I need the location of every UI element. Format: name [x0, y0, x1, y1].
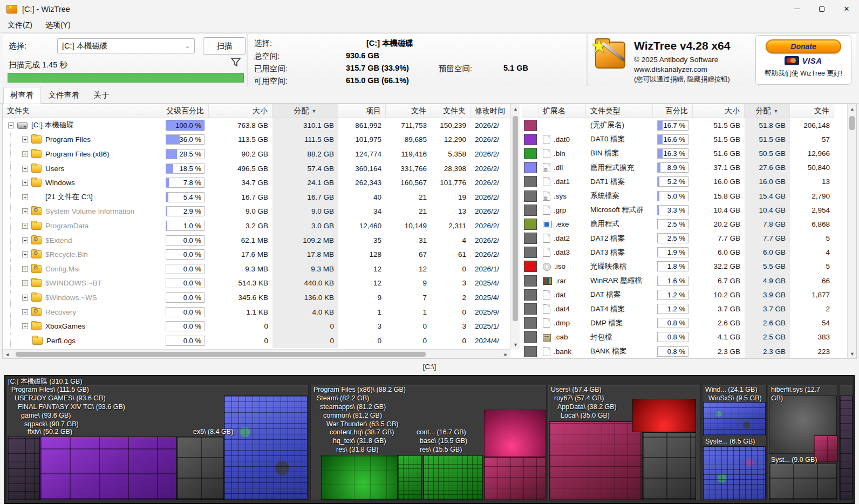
- treemap-label[interactable]: steamapps\ (81.2 GB): [320, 403, 386, 411]
- treemap-block-crimson[interactable]: [484, 410, 546, 457]
- menu-options[interactable]: 选项(Y): [40, 19, 76, 32]
- tree-table-row[interactable]: +$WINDOWS.~BT0.0 %514.3 KB440.0 KB129320…: [3, 276, 510, 291]
- extension-cell[interactable]: .dat4: [538, 302, 586, 316]
- treemap-label[interactable]: Local\ (35.0 GB): [561, 412, 610, 419]
- treemap-label[interactable]: hiberfil.sys (12.7 GB): [771, 386, 831, 403]
- extension-cell[interactable]: .dll: [538, 161, 586, 175]
- extension-cell[interactable]: .dat: [538, 288, 586, 302]
- tree-table-row[interactable]: +$Recycle.Bin0.0 %17.6 MB17.8 MB12867612…: [3, 247, 510, 262]
- expand-icon[interactable]: +: [22, 237, 28, 243]
- treemap-label[interactable]: res\ (31.8 GB): [336, 446, 379, 453]
- drive-select[interactable]: [C:] 本機磁碟 ⌄: [57, 38, 195, 53]
- extension-table-row[interactable]: .sys系統檔案5.0 %15.8 GB15.4 GB2,790: [522, 189, 834, 203]
- treemap-block-green-strip[interactable]: [398, 455, 422, 500]
- treemap-block-blue[interactable]: [224, 396, 308, 500]
- menu-file[interactable]: 文件(Z): [2, 19, 38, 32]
- expand-icon[interactable]: +: [22, 194, 28, 200]
- expand-icon[interactable]: +: [22, 251, 28, 257]
- col-size[interactable]: 大小: [209, 104, 272, 118]
- extension-cell[interactable]: .iso: [538, 260, 586, 274]
- treemap-label[interactable]: content.hq\ (38.7 GB): [330, 428, 394, 436]
- tree-table-row[interactable]: +Config.Msi0.0 %9.3 MB9.3 MB121202026/1/: [3, 262, 510, 276]
- tree-vertical-scrollbar[interactable]: ▲ ▼: [510, 104, 520, 349]
- treemap-label[interactable]: War Thunder\ (63.5 GB): [326, 420, 398, 428]
- extension-table-row[interactable]: .dat3DAT3 檔案1.9 %6.0 GB6.0 GB4: [522, 246, 834, 260]
- donate-button[interactable]: Donate: [766, 39, 841, 53]
- extension-table-row[interactable]: .grpMicrosoft 程式群3.3 %10.4 GB10.4 GB2,95…: [522, 203, 834, 217]
- folder-name[interactable]: +Users: [3, 161, 161, 176]
- treemap-block-magenta-small[interactable]: [814, 435, 837, 462]
- treemap-label[interactable]: Syst... (9.0 GB): [771, 456, 817, 464]
- extension-cell[interactable]: .rar: [538, 274, 586, 288]
- col-ext-size[interactable]: 大小: [693, 104, 745, 118]
- treemap-block-edge[interactable]: [840, 396, 853, 500]
- folder-name[interactable]: +ProgramData: [3, 219, 161, 233]
- extension-table-row[interactable]: .dmpDMP 檔案0.8 %2.6 GB2.6 GB54: [522, 316, 834, 330]
- extension-table-row[interactable]: .bankBANK 檔案0.8 %2.3 GB2.3 GB223: [522, 344, 834, 358]
- tree-table-row[interactable]: +System Volume Information2.9 %9.0 GB9.0…: [3, 205, 510, 219]
- treemap-block-winsxs[interactable]: [703, 402, 766, 435]
- extension-cell[interactable]: .bin: [538, 146, 586, 160]
- extension-table-row[interactable]: .exe應用程式2.5 %20.2 GB7.8 GB6,868: [522, 217, 834, 231]
- treemap-label[interactable]: sqpack\ (90.7 GB): [24, 420, 79, 428]
- extension-table-row[interactable]: (无扩展名)16.7 %51.5 GB51.8 GB206,148: [522, 118, 834, 132]
- extension-cell[interactable]: .dat1: [538, 175, 586, 189]
- tree-table-row[interactable]: +Users18.5 %496.5 GB57.4 GB360,164331,76…: [3, 161, 510, 176]
- treemap-label[interactable]: ffxiv\ (50.2 GB): [28, 428, 72, 435]
- treemap-block-magenta[interactable]: [484, 457, 546, 500]
- filter-funnel-icon[interactable]: [230, 57, 241, 67]
- folder-name[interactable]: −[C:] 本機磁碟: [3, 118, 161, 133]
- tree-table-row[interactable]: +Windows7.8 %34.7 GB24.1 GB262,343160,56…: [3, 175, 510, 190]
- treemap-block-system[interactable]: [703, 446, 766, 500]
- treemap-label[interactable]: roy67\ (57.4 GB): [554, 394, 604, 402]
- treemap-label[interactable]: common\ (81.2 GB): [323, 412, 382, 419]
- treemap-label[interactable]: WinSxS\ (9.5 GB): [708, 394, 762, 402]
- col-extension[interactable]: 扩展名: [538, 104, 586, 118]
- treemap-label[interactable]: base\ (15.5 GB): [420, 437, 467, 445]
- tree-table-row[interactable]: +$Extend0.0 %62.1 MB109.2 MB353142026/2/: [3, 233, 510, 248]
- extension-cell[interactable]: .bank: [538, 344, 586, 358]
- extension-table-row[interactable]: .rarWinRAR 壓縮檔1.6 %6.7 GB4.9 GB66: [522, 274, 834, 288]
- extension-table-row[interactable]: .dll應用程式擴充8.9 %37.1 GB27.6 GB50,840: [522, 161, 834, 175]
- treemap-block-users-magenta[interactable]: [549, 421, 642, 500]
- treemap-label[interactable]: Program Files\ (111.5 GB): [11, 386, 89, 393]
- folder-name[interactable]: +$WINDOWS.~BT: [3, 276, 161, 291]
- col-files[interactable]: 文件: [386, 104, 431, 118]
- treemap-block[interactable]: [8, 437, 40, 500]
- treemap-label[interactable]: USERJOY GAMES\ (93.6 GB): [15, 394, 106, 402]
- extension-table-row[interactable]: .dat2DAT2 檔案2.5 %7.7 GB7.7 GB5: [522, 231, 834, 246]
- col-folders[interactable]: 文件夹: [431, 104, 471, 118]
- collapse-icon[interactable]: −: [8, 122, 14, 128]
- tree-table-row[interactable]: +ProgramData1.0 %3.2 GB3.0 GB12,46010,14…: [3, 219, 510, 233]
- col-parent-percent[interactable]: 父级百分比: [161, 104, 209, 118]
- extension-table-row[interactable]: .binBIN 檔案16.3 %51.6 GB50.5 GB12,966: [522, 146, 834, 160]
- col-file-type[interactable]: 文件类型: [586, 104, 653, 118]
- scan-button[interactable]: 扫描: [203, 37, 246, 55]
- expand-icon[interactable]: +: [22, 180, 28, 186]
- treemap-label[interactable]: cont... (16.7 GB): [417, 428, 466, 436]
- folder-name[interactable]: +Program Files (x86): [3, 147, 161, 161]
- tree-table-row[interactable]: +XboxGames0.0 %003032025/1/: [3, 319, 510, 333]
- treemap-label[interactable]: [C:] 本機磁碟 (310.1 GB): [8, 377, 83, 386]
- close-button[interactable]: ✕: [834, 0, 859, 18]
- extension-cell[interactable]: .grp: [538, 203, 586, 217]
- expand-icon[interactable]: +: [22, 137, 28, 142]
- extension-cell[interactable]: .cab: [538, 330, 586, 344]
- col-modified[interactable]: 修改时间: [471, 104, 510, 118]
- tree-table-row[interactable]: +[21 文件在 C:\]5.4 %16.7 GB16.7 GB40211920…: [3, 190, 510, 205]
- tab-about[interactable]: 关于: [87, 87, 116, 103]
- tree-table-row[interactable]: +Program Files36.0 %113.5 GB111.5 GB101,…: [3, 133, 510, 147]
- treemap-block-purple[interactable]: [40, 437, 176, 500]
- folder-name[interactable]: +System Volume Information: [3, 205, 161, 219]
- tree-table-row[interactable]: +Recovery0.0 %1.1 KB4.0 KB1102025/9/: [3, 305, 510, 319]
- extension-cell[interactable]: .exe: [538, 217, 586, 231]
- folder-name[interactable]: +Config.Msi: [3, 262, 161, 276]
- treemap-block-green-mosaic[interactable]: [423, 455, 483, 500]
- treemap-label[interactable]: Syste... (6.5 GB): [705, 438, 755, 445]
- col-allocated[interactable]: 分配▼: [272, 104, 338, 118]
- treemap-label[interactable]: Users\ (57.4 GB): [551, 386, 602, 393]
- col-folder[interactable]: 文件夹: [3, 104, 161, 118]
- expand-icon[interactable]: +: [22, 295, 28, 301]
- expand-icon[interactable]: +: [22, 151, 28, 157]
- folder-name[interactable]: +$Windows.~WS: [3, 290, 161, 305]
